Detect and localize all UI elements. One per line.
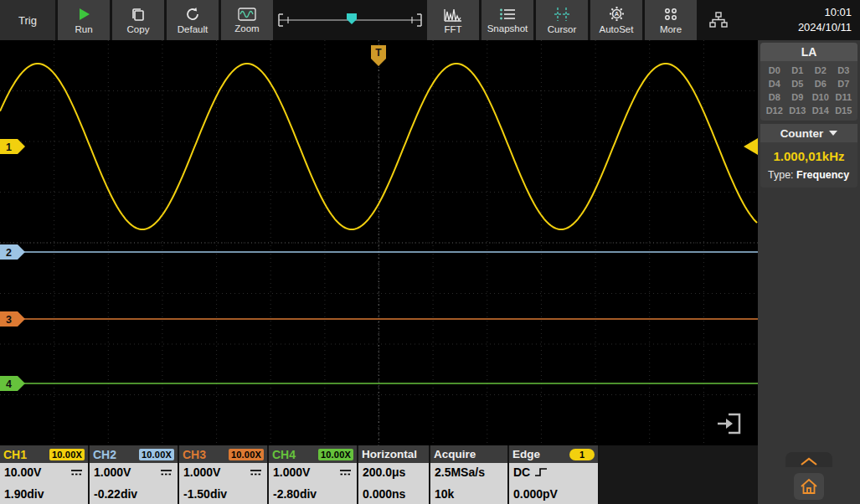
ch2-position-marker[interactable]: [0, 244, 25, 260]
autoset-gear-icon: A: [609, 6, 625, 22]
ch1-scale: 10.00V: [4, 465, 41, 479]
la-panel: LA D0D1D2D3D4D5D6D7D8D9D10D11D12D13D14D1…: [760, 43, 857, 121]
fft-spectrum-icon: [444, 7, 462, 22]
la-digit[interactable]: D7: [832, 79, 856, 89]
hpos-marker[interactable]: [347, 13, 357, 24]
default-label: Default: [178, 24, 208, 34]
ch3-probe-badge: 10.00X: [229, 449, 264, 460]
force-trigger-icon[interactable]: [718, 414, 739, 433]
fft-label: FFT: [444, 24, 461, 34]
ch3-label: CH3: [183, 448, 206, 461]
more-label: More: [660, 24, 682, 34]
ch3-status-panel[interactable]: CH3 10.00X 1.000V -1.50div: [179, 445, 267, 504]
trig-menu-button[interactable]: Trig: [0, 0, 55, 40]
zoom-button[interactable]: Zoom: [221, 0, 273, 40]
ch1-values: 10.00V 1.90div: [0, 463, 88, 504]
trigger-flag-letter: T: [375, 47, 382, 59]
fft-button[interactable]: FFT: [427, 0, 479, 40]
network-status-button[interactable]: [699, 0, 738, 40]
ch1-offset: 1.90div: [4, 487, 44, 501]
ch1-probe-badge: 10.00X: [49, 449, 85, 460]
la-digit[interactable]: D8: [763, 92, 786, 102]
ch4-position-marker[interactable]: [0, 376, 25, 391]
waveform-display[interactable]: 1234T: [0, 40, 758, 445]
la-digit[interactable]: D4: [763, 79, 786, 89]
hpos-slider-graphic: [276, 8, 424, 32]
snapshot-list-icon: [499, 8, 516, 21]
collapse-panel-button[interactable]: [785, 452, 832, 467]
acquire-values: 2.5MSa/s 10k: [430, 463, 507, 504]
counter-value: 1.000,01kHz: [760, 149, 857, 163]
play-icon: [76, 7, 91, 22]
la-digit[interactable]: D9: [786, 92, 810, 102]
trig-label: Trig: [18, 14, 37, 27]
ch2-offset: -0.22div: [94, 487, 137, 501]
ch1-marker-number: 1: [6, 141, 12, 153]
la-digit[interactable]: D5: [786, 79, 810, 89]
memory-depth-value: 10k: [435, 487, 454, 501]
horizontal-position-slider[interactable]: [276, 0, 425, 40]
ch4-probe-badge: 10.00X: [318, 449, 353, 460]
scope-graticule: 1234T: [0, 40, 758, 445]
ch3-header: CH3 10.00X: [179, 445, 267, 463]
clock[interactable]: 10:01 2024/10/11: [798, 0, 860, 40]
la-digit[interactable]: D0: [763, 65, 786, 75]
ch1-label: CH1: [3, 448, 27, 461]
svg-text:A: A: [614, 10, 619, 18]
horizontal-header: Horizontal: [358, 445, 429, 463]
trigger-status-panel[interactable]: Edge 1 DC 0.000pV: [509, 445, 598, 504]
la-digit[interactable]: D3: [832, 65, 856, 75]
ch2-scale: 1.000V: [94, 465, 131, 479]
trigger-level-marker[interactable]: [744, 138, 758, 155]
cursor-button[interactable]: Cursor: [536, 0, 588, 40]
ch3-position-marker[interactable]: [0, 311, 25, 327]
la-digit[interactable]: D11: [832, 92, 856, 102]
ch4-status-panel[interactable]: CH4 10.00X 1.000V -2.80div: [269, 445, 357, 504]
reset-icon: [185, 7, 200, 22]
ch4-scale: 1.000V: [273, 465, 310, 479]
ch3-offset: -1.50div: [183, 487, 227, 501]
horizontal-values: 200.0μs 0.000ns: [358, 463, 429, 504]
default-button[interactable]: Default: [167, 0, 219, 40]
ch3-marker-number: 3: [6, 314, 12, 326]
home-button[interactable]: [794, 473, 824, 500]
la-digit[interactable]: D10: [809, 92, 832, 102]
chevron-up-icon: [798, 456, 820, 467]
acquire-status-panel[interactable]: Acquire 2.5MSa/s 10k: [430, 445, 507, 504]
ch1-header: CH1 10.00X: [0, 445, 88, 463]
trigger-level-value: 0.000pV: [513, 487, 558, 501]
counter-title: Counter: [780, 127, 824, 140]
trigger-values: DC 0.000pV: [509, 463, 598, 504]
cursor-label: Cursor: [548, 24, 577, 34]
horizontal-status-panel[interactable]: Horizontal 200.0μs 0.000ns: [358, 445, 429, 504]
autoset-button[interactable]: A AutoSet: [590, 0, 642, 40]
cursor-crosshair-icon: [554, 7, 570, 22]
la-digit[interactable]: D2: [809, 65, 832, 75]
counter-dropdown[interactable]: Counter: [760, 124, 857, 142]
run-button[interactable]: Run: [58, 0, 110, 40]
la-digit[interactable]: D1: [786, 65, 810, 75]
la-digit[interactable]: D15: [832, 105, 856, 116]
clock-date: 2024/10/11: [798, 20, 852, 35]
la-digit[interactable]: D14: [809, 105, 832, 116]
snapshot-label: Snapshot: [487, 23, 528, 33]
sidebar-bottom: [758, 452, 860, 500]
ch3-scale: 1.000V: [183, 465, 220, 479]
dc-coupling-icon: [160, 468, 173, 476]
snapshot-button[interactable]: Snapshot: [481, 0, 533, 40]
copy-button[interactable]: Copy: [112, 0, 164, 40]
timebase-value: 200.0μs: [363, 465, 405, 479]
acquire-header: Acquire: [430, 445, 507, 463]
horizontal-title: Horizontal: [362, 448, 417, 460]
more-button[interactable]: More: [645, 0, 697, 40]
trigger-type-label: Edge: [512, 448, 540, 460]
ch1-status-panel[interactable]: CH1 10.00X 10.00V 1.90div: [0, 445, 88, 504]
trigger-header: Edge 1: [509, 445, 598, 463]
la-digit[interactable]: D13: [786, 105, 810, 116]
la-digit[interactable]: D12: [763, 105, 786, 116]
la-digit[interactable]: D6: [809, 79, 832, 89]
ch2-status-panel[interactable]: CH2 10.00X 1.000V -0.22div: [90, 445, 178, 504]
la-digit-grid: D0D1D2D3D4D5D6D7D8D9D10D11D12D13D14D15: [760, 61, 857, 121]
ch2-probe-badge: 10.00X: [139, 449, 174, 460]
home-icon: [800, 478, 818, 495]
